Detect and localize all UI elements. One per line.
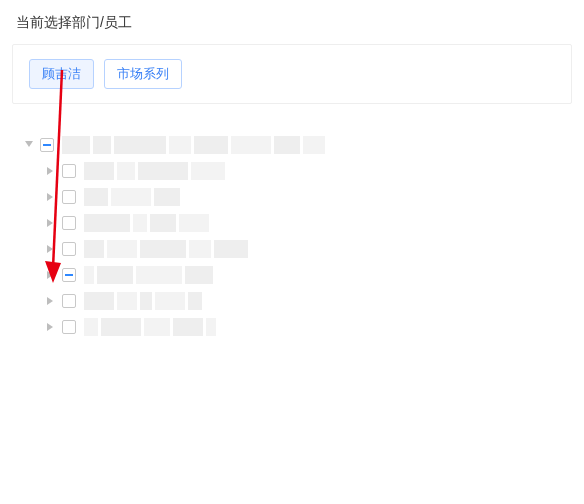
caret-right-icon[interactable]	[46, 166, 56, 176]
tree-child-item[interactable]	[24, 158, 568, 184]
caret-right-icon[interactable]	[46, 192, 56, 202]
caret-right-icon[interactable]	[46, 270, 56, 280]
tag-selected-employee[interactable]: 顾吉洁	[29, 59, 94, 89]
tree-child-item[interactable]	[24, 314, 568, 340]
tree-item-label	[84, 266, 213, 284]
tag-selected-department[interactable]: 市场系列	[104, 59, 182, 89]
tree-item-label	[84, 162, 225, 180]
tree-item-label	[84, 292, 202, 310]
checkbox[interactable]	[62, 164, 76, 178]
tree-root-label	[62, 136, 325, 154]
checkbox[interactable]	[62, 320, 76, 334]
tree-child-item[interactable]	[24, 288, 568, 314]
svg-marker-0	[25, 141, 33, 147]
checkbox[interactable]	[62, 216, 76, 230]
tree-child-item[interactable]	[24, 210, 568, 236]
caret-right-icon[interactable]	[46, 322, 56, 332]
section-title: 当前选择部门/员工	[0, 0, 584, 44]
tree-item-label	[84, 240, 248, 258]
caret-right-icon[interactable]	[46, 244, 56, 254]
tag-label: 市场系列	[117, 65, 169, 83]
svg-marker-1	[47, 167, 53, 175]
tree-item-label	[84, 188, 180, 206]
caret-right-icon[interactable]	[46, 218, 56, 228]
checkbox[interactable]	[62, 294, 76, 308]
checkbox[interactable]	[62, 242, 76, 256]
svg-marker-4	[47, 245, 53, 253]
org-tree	[0, 122, 584, 356]
tree-item-label	[84, 318, 216, 336]
svg-marker-6	[47, 297, 53, 305]
tree-item-label	[84, 214, 209, 232]
svg-marker-7	[47, 323, 53, 331]
tag-label: 顾吉洁	[42, 65, 81, 83]
caret-right-icon[interactable]	[46, 296, 56, 306]
tree-child-item[interactable]	[24, 236, 568, 262]
svg-marker-3	[47, 219, 53, 227]
caret-down-icon[interactable]	[24, 140, 34, 150]
tree-child-item[interactable]	[24, 184, 568, 210]
checkbox[interactable]	[62, 268, 76, 282]
selected-tags-card: 顾吉洁 市场系列	[12, 44, 572, 104]
tree-child-item[interactable]	[24, 262, 568, 288]
tree-root-item[interactable]	[24, 132, 568, 158]
svg-marker-5	[47, 271, 53, 279]
svg-marker-2	[47, 193, 53, 201]
selected-dept-employee-panel: 当前选择部门/员工 顾吉洁 市场系列	[0, 0, 584, 356]
checkbox-root[interactable]	[40, 138, 54, 152]
checkbox[interactable]	[62, 190, 76, 204]
